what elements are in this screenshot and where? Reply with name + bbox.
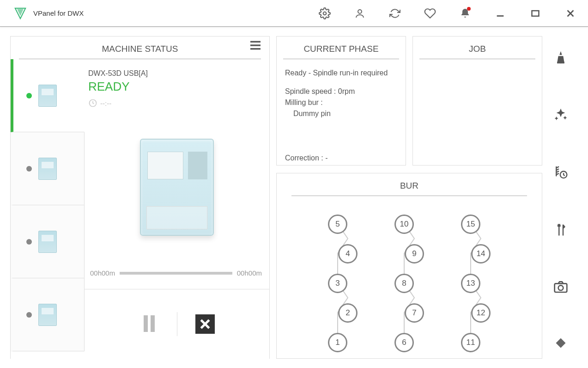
controls-row	[85, 289, 269, 359]
titlebar: VPanel for DWX	[0, 0, 588, 27]
menu-icon[interactable]	[249, 40, 264, 50]
refresh-icon[interactable]	[377, 0, 412, 26]
stop-button[interactable]	[177, 314, 233, 334]
user-icon[interactable]	[342, 0, 377, 26]
machine-status-header: MACHINE STATUS	[19, 37, 261, 59]
machine-thumbnail	[38, 158, 57, 180]
bur-slot[interactable]: 4	[338, 244, 358, 264]
bur-slot[interactable]: 11	[461, 333, 480, 352]
milling-bur-value: Dummy pin	[285, 108, 397, 119]
bur-column: 109876	[394, 215, 424, 362]
status-dot	[26, 93, 32, 98]
milling-icon[interactable]	[553, 50, 568, 65]
machine-image	[85, 115, 269, 260]
machine-status-title: MACHINE STATUS	[102, 44, 178, 54]
workspace: MACHINE STATUS	[0, 27, 588, 368]
notification-dot	[467, 7, 471, 11]
status-dot	[26, 239, 32, 245]
bur-grid: 543211098761514131211	[283, 196, 535, 362]
milling-bur-label: Milling bur :	[285, 97, 397, 108]
device-state: READY	[88, 80, 265, 94]
svg-point-14	[557, 61, 558, 63]
status-dot	[26, 312, 32, 318]
bur-slot[interactable]: 6	[394, 333, 414, 352]
notification-bell-icon[interactable]	[448, 0, 483, 26]
bur-column: 54321	[328, 215, 358, 362]
machine-thumbnail	[38, 231, 57, 253]
machine-thumbnail	[38, 304, 57, 326]
machine-item-4[interactable]	[11, 278, 85, 351]
correction: Correction : -	[285, 153, 397, 164]
bur-column: 1514131211	[461, 215, 491, 362]
svg-point-19	[558, 285, 564, 290]
bur-slot[interactable]: 15	[461, 215, 480, 234]
bur-slot[interactable]: 1	[328, 333, 347, 352]
progress-bar-row: 00h00m 00h00m	[85, 260, 269, 289]
machine-status-panel: MACHINE STATUS	[10, 36, 270, 359]
job-header: JOB	[419, 37, 535, 59]
current-phase-panel: CURRENT PHASE Ready - Spindle run-in req…	[276, 36, 406, 166]
device-name: DWX-53D USB[A]	[88, 69, 265, 78]
bur-slot[interactable]: 5	[328, 215, 347, 234]
bur-slot[interactable]: 10	[394, 215, 414, 234]
bur-slot[interactable]: 13	[461, 274, 480, 293]
svg-point-15	[560, 62, 562, 64]
camera-icon[interactable]	[553, 279, 568, 294]
pause-button[interactable]	[121, 315, 177, 333]
bur-slot[interactable]: 8	[394, 274, 414, 293]
bur-slot[interactable]: 12	[471, 303, 491, 323]
app-title: VPanel for DWX	[33, 9, 84, 17]
machine-item-2[interactable]	[11, 132, 85, 205]
bur-slot[interactable]: 7	[405, 303, 424, 323]
bur-slot[interactable]: 9	[405, 244, 424, 264]
close-button[interactable]	[553, 0, 588, 26]
machine-list	[11, 59, 85, 359]
current-phase-header: CURRENT PHASE	[283, 37, 399, 59]
heart-icon[interactable]	[412, 0, 448, 26]
svg-point-16	[563, 61, 564, 63]
spindle-speed: Spindle speed : 0rpm	[285, 86, 397, 97]
elapsed-time: --:--	[88, 98, 265, 108]
svg-point-2	[323, 12, 327, 15]
bur-slot[interactable]: 3	[328, 274, 347, 293]
maximize-button[interactable]	[518, 0, 553, 26]
sparkle-icon[interactable]	[553, 107, 568, 122]
schedule-icon[interactable]	[553, 165, 569, 180]
app-logo	[14, 7, 27, 20]
minimize-button[interactable]	[483, 0, 518, 26]
status-detail: DWX-53D USB[A] READY --:-- 00h00m	[85, 59, 269, 359]
status-dot	[26, 166, 32, 172]
svg-rect-5	[532, 11, 539, 16]
machine-item-1[interactable]	[11, 59, 85, 132]
bur-slot[interactable]: 2	[338, 303, 358, 323]
machine-thumbnail	[38, 85, 57, 107]
svg-point-3	[358, 10, 362, 13]
bur-slot[interactable]: 14	[471, 244, 491, 264]
job-panel: JOB	[412, 36, 542, 166]
progress-start: 00h00m	[90, 269, 115, 277]
progress-end: 00h00m	[237, 269, 262, 277]
diamond-icon[interactable]	[554, 337, 567, 350]
phase-line-1: Ready - Spindle run-in required	[285, 67, 397, 79]
bur-panel: BUR 543211098761514131211	[276, 173, 542, 359]
progress-bar	[120, 272, 232, 275]
elapsed-value: --:--	[100, 99, 111, 107]
center-column: CURRENT PHASE Ready - Spindle run-in req…	[276, 36, 542, 368]
tools-icon[interactable]	[554, 223, 568, 237]
right-toolbar	[542, 36, 579, 368]
settings-icon[interactable]	[307, 0, 342, 26]
machine-item-3[interactable]	[11, 205, 85, 278]
bur-header: BUR	[291, 173, 527, 196]
